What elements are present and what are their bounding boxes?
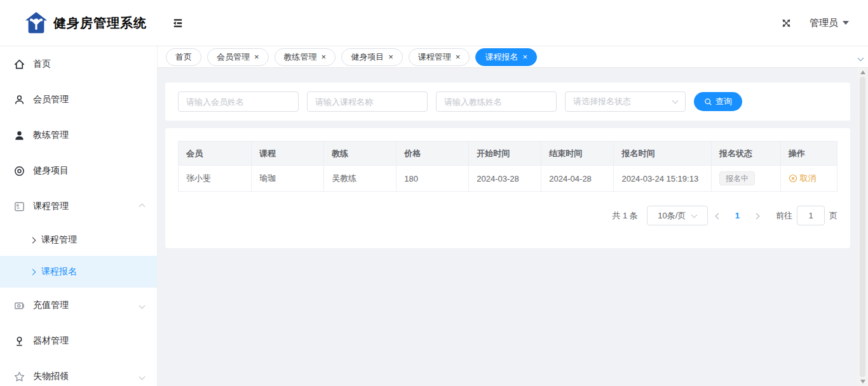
col-actions: 操作 — [780, 142, 837, 166]
close-icon[interactable]: × — [456, 53, 461, 61]
cell-start-time: 2024-03-28 — [469, 166, 541, 192]
cell-end-time: 2024-04-28 — [541, 166, 614, 192]
search-panel: 请选择报名状态 查询 — [165, 83, 850, 121]
sidebar-item-coaches[interactable]: 教练管理 — [0, 117, 157, 153]
cell-actions: 取消 — [780, 166, 837, 192]
current-page[interactable]: 1 — [729, 211, 746, 220]
goto-page-input[interactable] — [797, 206, 825, 225]
cell-coach: 吴教练 — [324, 166, 397, 192]
place-icon — [13, 335, 25, 347]
prev-page-button[interactable] — [708, 211, 729, 220]
col-course: 课程 — [252, 142, 324, 166]
tab-fitness-projects[interactable]: 健身项目 × — [341, 48, 403, 66]
close-icon[interactable]: × — [388, 53, 393, 61]
sidebar-item-equipment[interactable]: 器材管理 — [0, 323, 157, 359]
close-icon[interactable]: × — [322, 53, 327, 61]
sidebar-item-fitness-projects[interactable]: 健身项目 — [0, 153, 157, 189]
chevron-right-icon — [30, 237, 36, 243]
tab-overflow-chevron-icon[interactable] — [858, 51, 863, 63]
query-button[interactable]: 查询 — [694, 92, 742, 111]
col-price: 价格 — [397, 142, 469, 166]
tab-label: 首页 — [175, 51, 192, 63]
sidebar-fold-icon[interactable] — [172, 17, 184, 29]
close-icon[interactable]: × — [522, 53, 527, 61]
tab-bar: 首页 会员管理 × 教练管理 × 健身项目 × 课程管理 × 课程报名 × — [158, 46, 868, 68]
member-name-input[interactable] — [178, 91, 299, 112]
pagination: 共 1 条 10条/页 1 前往 页 — [178, 206, 837, 225]
sidebar-item-course-management[interactable]: 课程管理 — [0, 189, 157, 224]
status-badge: 报名中 — [719, 171, 755, 185]
tab-label: 健身项目 — [351, 51, 384, 63]
sidebar-subitem-course-signup[interactable]: 课程报名 — [0, 256, 157, 288]
tab-members[interactable]: 会员管理 × — [207, 48, 269, 66]
tab-coaches[interactable]: 教练管理 × — [275, 48, 336, 66]
user-menu[interactable]: 管理员 — [810, 17, 849, 29]
sidebar-item-home[interactable]: 首页 — [0, 46, 157, 82]
tab-course-management[interactable]: 课程管理 × — [409, 48, 470, 66]
col-coach: 教练 — [324, 142, 397, 166]
col-signup-time: 报名时间 — [614, 142, 711, 166]
star-icon — [13, 370, 25, 383]
course-name-input[interactable] — [307, 91, 428, 112]
sidebar-item-label: 教练管理 — [33, 130, 144, 141]
page-size-select[interactable]: 10条/页 — [647, 206, 708, 225]
cell-price: 180 — [397, 166, 469, 192]
tab-label: 会员管理 — [217, 51, 250, 63]
chevron-right-icon — [30, 269, 36, 275]
signup-table: 会员 课程 教练 价格 开始时间 结束时间 报名时间 报名状态 操作 — [178, 141, 837, 192]
chevron-down-icon — [139, 373, 146, 380]
page-size-value: 10条/页 — [658, 210, 686, 222]
cell-course: 瑜珈 — [252, 166, 324, 192]
scrollbar-down-icon[interactable] — [860, 380, 865, 383]
scrollbar-thumb[interactable] — [860, 77, 865, 377]
user-caret-down-icon — [843, 21, 849, 25]
sidebar-item-label: 充值管理 — [33, 300, 132, 311]
cell-member: 张小斐 — [179, 166, 252, 192]
sidebar-item-label: 会员管理 — [33, 94, 144, 105]
cancel-button[interactable]: 取消 — [789, 173, 817, 184]
search-icon — [704, 98, 712, 106]
coach-name-input[interactable] — [436, 91, 557, 112]
header-right: 管理员 — [781, 17, 868, 29]
member-icon — [13, 93, 25, 106]
main-content: 首页 会员管理 × 教练管理 × 健身项目 × 课程管理 × 课程报名 × — [158, 46, 868, 386]
sidebar-item-lost-found[interactable]: 失物招领 — [0, 359, 157, 386]
scrollbar-up-icon[interactable] — [860, 70, 865, 74]
sidebar-item-label: 首页 — [33, 58, 144, 70]
goto-label: 前往 — [776, 210, 792, 222]
sidebar-item-recharge[interactable]: 充值管理 — [0, 288, 157, 323]
cell-status: 报名中 — [711, 166, 780, 192]
close-icon[interactable]: × — [254, 53, 259, 61]
circle-close-icon — [789, 174, 797, 183]
tab-course-signup[interactable]: 课程报名 × — [475, 48, 537, 66]
results-panel: 会员 课程 教练 价格 开始时间 结束时间 报名时间 报名状态 操作 — [165, 128, 850, 248]
sidebar-subitem-label: 课程报名 — [41, 266, 77, 277]
col-status: 报名状态 — [711, 142, 780, 166]
chevron-down-icon — [672, 98, 679, 104]
tab-label: 课程管理 — [418, 51, 451, 63]
fullscreen-icon[interactable] — [781, 18, 792, 29]
sidebar-item-members[interactable]: 会员管理 — [0, 82, 157, 117]
cell-signup-time: 2024-03-24 15:19:13 — [614, 166, 711, 192]
sidebar: 首页 会员管理 教练管理 健身项目 课程管理 — [0, 46, 158, 386]
aim-icon — [13, 164, 25, 177]
sidebar-subitem-course-management[interactable]: 课程管理 — [0, 224, 157, 256]
col-start-time: 开始时间 — [469, 142, 541, 166]
sidebar-item-label: 健身项目 — [33, 165, 144, 176]
col-end-time: 结束时间 — [541, 142, 614, 166]
chevron-up-icon — [139, 203, 146, 210]
table-header-row: 会员 课程 教练 价格 开始时间 结束时间 报名时间 报名状态 操作 — [179, 142, 837, 166]
home-icon — [13, 58, 25, 70]
tab-home[interactable]: 首页 — [166, 48, 201, 66]
next-page-button[interactable] — [746, 211, 767, 220]
pagination-total: 共 1 条 — [612, 210, 637, 222]
scroll-region: 请选择报名状态 查询 会员 课程 — [158, 68, 868, 386]
signup-status-select[interactable]: 请选择报名状态 — [565, 91, 686, 112]
query-button-label: 查询 — [715, 96, 732, 107]
app-header: 健身房管理系统 管理员 — [0, 0, 868, 46]
sidebar-item-label: 课程管理 — [33, 201, 132, 212]
sidebar-item-label: 失物招领 — [33, 371, 132, 382]
tab-label: 教练管理 — [284, 51, 317, 63]
vertical-scrollbar[interactable] — [857, 68, 868, 386]
user-name: 管理员 — [810, 17, 838, 29]
